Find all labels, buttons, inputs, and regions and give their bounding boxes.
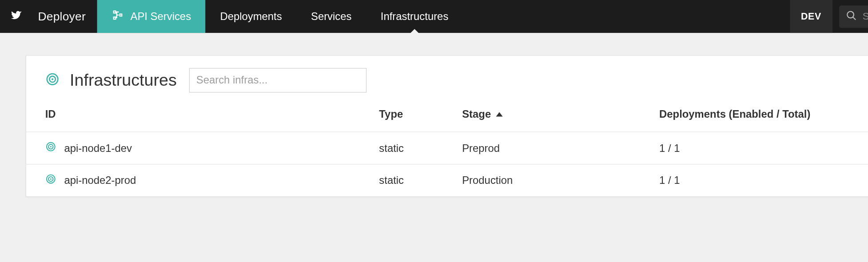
search-icon: [846, 10, 857, 23]
row-id: api-node1-dev: [64, 142, 132, 155]
row-stage: Production: [462, 164, 659, 196]
target-icon: [45, 72, 60, 89]
nav-item-label: Deployments: [220, 10, 282, 23]
table-row[interactable]: api-node1-dev static Preprod 1 / 1: [26, 132, 868, 164]
brand[interactable]: Deployer: [0, 0, 97, 33]
col-header-deployments[interactable]: Deployments (Enabled / Total): [659, 103, 868, 132]
nav-infrastructures[interactable]: Infrastructures: [366, 0, 463, 33]
network-icon: [111, 9, 124, 24]
active-tab-indicator-icon: [410, 29, 419, 33]
global-search-input[interactable]: [863, 11, 868, 22]
card-header: Infrastructures + NEW INFRASTRUCTURE: [26, 56, 868, 103]
col-header-stage[interactable]: Stage: [462, 103, 659, 132]
nav-item-label: Infrastructures: [381, 10, 449, 23]
nav-api-services[interactable]: API Services: [97, 0, 206, 33]
col-header-type[interactable]: Type: [379, 103, 462, 132]
brand-label: Deployer: [38, 10, 86, 23]
nav-item-label: Services: [311, 10, 352, 23]
nav-deployments[interactable]: Deployments: [206, 0, 297, 33]
row-type: static: [379, 164, 462, 196]
infrastructures-table: ID Type Stage Deployments (Enabled / Tot…: [26, 103, 868, 196]
row-dep: 1 / 1: [659, 132, 868, 164]
target-icon: [45, 141, 56, 155]
global-search: [832, 0, 868, 33]
row-stage: Preprod: [462, 132, 659, 164]
col-header-id[interactable]: ID: [26, 103, 379, 132]
env-label: DEV: [801, 11, 821, 22]
env-badge[interactable]: DEV: [790, 0, 832, 33]
infrastructures-card: Infrastructures + NEW INFRASTRUCTURE ID …: [26, 55, 868, 197]
svg-point-8: [50, 179, 52, 180]
sort-asc-icon: [496, 112, 503, 116]
page-title: Infrastructures: [70, 71, 177, 90]
nav-services[interactable]: Services: [296, 0, 366, 33]
table-row[interactable]: api-node2-prod static Production 1 / 1: [26, 164, 868, 196]
bird-icon: [10, 9, 23, 24]
svg-point-2: [52, 78, 53, 80]
top-nav: Deployer API Services Deployments Servic…: [0, 0, 868, 33]
row-type: static: [379, 132, 462, 164]
infra-search-input[interactable]: [189, 68, 366, 92]
svg-point-5: [50, 146, 52, 147]
nav-primary-label: API Services: [130, 10, 191, 23]
global-search-box[interactable]: [839, 5, 868, 28]
row-dep: 1 / 1: [659, 164, 868, 196]
target-icon: [45, 174, 56, 187]
row-id: api-node2-prod: [64, 175, 136, 187]
